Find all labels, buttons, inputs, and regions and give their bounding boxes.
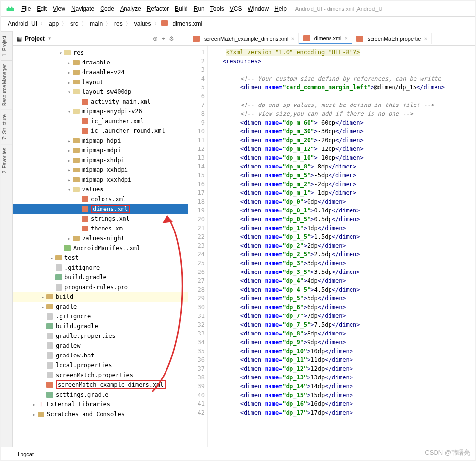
tree-item-mipmap-xxhdpi[interactable]: ▸mipmap-xxhdpi [13,165,188,175]
window-context: Android_UI - dimens.xml [Android_U [295,6,383,12]
crumb-src[interactable]: src [68,20,80,28]
menu-build[interactable]: Build [172,4,191,13]
tree-item-Scratches-and-Consoles[interactable]: ▸Scratches and Consoles [13,409,188,419]
menu-code[interactable]: Code [97,4,117,13]
tree-item-External-Libraries[interactable]: ▸⫴External Libraries [13,399,188,409]
tree-item-ic_launcher_round-xml[interactable]: ic_launcher_round.xml [13,126,188,136]
tree-item-local-properties[interactable]: local.properties [13,360,188,370]
menu-analyze[interactable]: Analyze [117,4,144,13]
tree-item-AndroidManifest-xml[interactable]: AndroidManifest.xml [13,243,188,253]
file-icon [46,362,54,369]
tree-item-activity_main-xml[interactable]: activity_main.xml [13,97,188,106]
file-icon [55,284,62,291]
tool-tab-resource-manager[interactable]: Resource Manager [1,60,12,110]
tree-item-mipmap-hdpi[interactable]: ▸mipmap-hdpi [13,136,188,146]
tree-item-gradlew[interactable]: gradlew [13,341,188,351]
menu-edit[interactable]: Edit [34,4,50,13]
gradle-icon [46,323,54,330]
android-studio-logo-icon [6,4,15,13]
file-icon [46,372,54,378]
close-icon[interactable]: × [344,35,347,41]
tree-item-mipmap-anydpi-v26[interactable]: ▾mipmap-anydpi-v26 [13,106,188,116]
xml-icon [81,196,89,203]
tree-item-build-gradle[interactable]: build.gradle [13,272,188,282]
menu-help[interactable]: Help [271,4,290,13]
tree-item-screenMatch-properties[interactable]: screenMatch.properties [13,370,188,380]
tree-item-strings-xml[interactable]: strings.xml [13,214,188,224]
gradle-icon [46,391,54,398]
tree-item-ic_launcher-xml[interactable]: ic_launcher.xml [13,116,188,126]
tree-item-layout-sw400dp[interactable]: ▾layout-sw400dp [13,87,188,97]
tree-item-mipmap-mdpi[interactable]: ▸mipmap-mdpi [13,146,188,155]
tree-item-themes-xml[interactable]: themes.xml [13,224,188,233]
menu-navigate[interactable]: Navigate [68,4,97,13]
tree-item-res[interactable]: ▾res [13,48,188,58]
tree-item-screenMatch_example_dimens-xml[interactable]: screenMatch_example_dimens.xml [13,380,188,390]
code-editor[interactable]: <?xml version="1.0" encoding="UTF-8"?> <… [208,46,475,447]
collapse-icon[interactable]: ÷ [162,35,165,42]
watermark: CSDN @韩曙亮 [425,448,470,457]
tree-item-layout[interactable]: ▸layout [13,77,188,87]
folder-icon [72,235,80,242]
tool-tab-favorites[interactable]: 2: Favorites [1,144,12,177]
tree-item--gitignore[interactable]: .gitignore [13,263,188,272]
lib-icon: ⫴ [37,401,45,408]
tree-item-mipmap-xxxhdpi[interactable]: ▸mipmap-xxxhdpi [13,175,188,185]
tree-item-dimens-xml[interactable]: dimens.xml [13,204,188,214]
crumb-Android_UI[interactable]: Android_UI [6,20,39,28]
tree-item-build[interactable]: ▸build [13,292,188,302]
tab-screenMatch-propertie[interactable]: screenMatch.propertie× [352,33,432,44]
folder-icon [46,293,54,300]
tab-dimens-xml[interactable]: dimens.xml× [299,33,352,44]
line-gutter: 1234567891011121314151617181920212223242… [188,46,208,447]
folder-icon [72,167,80,173]
tree-item-colors-xml[interactable]: colors.xml [13,194,188,204]
menu-bar: FileEditViewNavigateCodeAnalyzeRefactorB… [1,1,475,17]
crumb-dimens-xml[interactable]: dimens.xml [170,20,204,28]
tool-tab-structure[interactable]: 7: Structure [1,110,12,144]
menu-refactor[interactable]: Refactor [144,4,172,13]
editor-area: screenMatch_example_dimens.xml×dimens.xm… [188,31,475,447]
menu-file[interactable]: File [19,4,34,13]
dropdown-icon[interactable]: ▼ [48,36,52,41]
folder-icon [72,59,80,66]
folder-icon [72,137,80,144]
crumb-app[interactable]: app [47,20,61,28]
menu-run[interactable]: Run [191,4,207,13]
menu-window[interactable]: Window [245,4,271,13]
tree-item-test[interactable]: ▸test [13,253,188,263]
folder-open-icon [72,186,80,193]
menu-vcs[interactable]: VCS [227,4,245,13]
crumb-main[interactable]: main [88,20,104,28]
tree-item-mipmap-xhdpi[interactable]: ▸mipmap-xhdpi [13,155,188,165]
tree-item-values[interactable]: ▾values [13,185,188,194]
gear-icon[interactable]: ⚙ [169,35,174,42]
menu-view[interactable]: View [50,4,68,13]
tree-item-gradle-properties[interactable]: gradle.properties [13,331,188,341]
menu-tools[interactable]: Tools [207,4,227,13]
crumb-values[interactable]: values [132,20,153,28]
tool-tab-project[interactable]: 1: Project [1,31,12,60]
tool-tab-logcat[interactable]: Logcat [13,449,110,459]
folder-icon [37,411,45,418]
tree-item-gradle[interactable]: ▸gradle [13,302,188,312]
locate-icon[interactable]: ⊕ [153,35,158,42]
file-icon [46,333,54,339]
close-icon[interactable]: × [424,36,427,42]
tree-item-gradlew-bat[interactable]: gradlew.bat [13,351,188,360]
tree-item--gitignore[interactable]: .gitignore [13,312,188,321]
folder-icon [72,79,80,85]
tab-screenMatch_example_dimens-xml[interactable]: screenMatch_example_dimens.xml× [188,33,299,44]
tree-item-build-gradle[interactable]: build.gradle [13,321,188,331]
crumb-res[interactable]: res [112,20,124,28]
hide-icon[interactable]: — [178,35,184,42]
tree-item-drawable[interactable]: ▸drawable [13,58,188,67]
tree-item-proguard-rules-pro[interactable]: proguard-rules.pro [13,282,188,292]
tree-item-drawable-v24[interactable]: ▸drawable-v24 [13,67,188,77]
tree-item-settings-gradle[interactable]: settings.gradle [13,390,188,399]
close-icon[interactable]: × [291,36,294,42]
gradle-icon [55,274,62,281]
editor-tabs: screenMatch_example_dimens.xml×dimens.xm… [188,31,475,46]
tree-item-values-night[interactable]: ▸values-night [13,233,188,243]
project-tree[interactable]: ▾res▸drawable▸drawable-v24▸layout▾layout… [13,46,188,447]
